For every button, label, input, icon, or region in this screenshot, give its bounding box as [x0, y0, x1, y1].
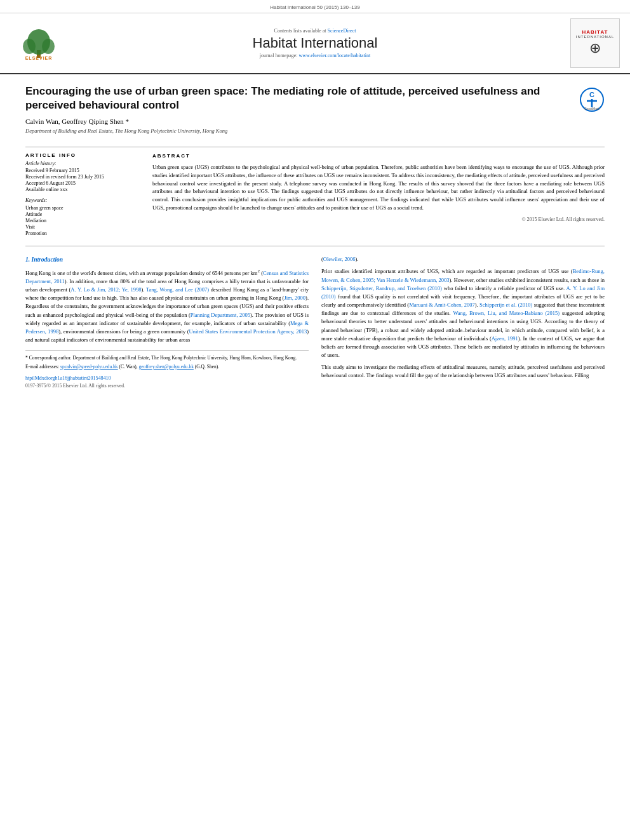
abstract-section: ABSTRACT Urban green space (UGS) contrib… — [152, 152, 605, 237]
intro-para-left: Hong Kong is one of the world's densest … — [25, 268, 309, 344]
svg-text:C: C — [589, 91, 594, 98]
copyright-line: © 2015 Elsevier Ltd. All rights reserved… — [152, 216, 605, 223]
keyword-2: Attitude — [25, 211, 140, 217]
footnote-section: * Corresponding author. Department of Bu… — [25, 350, 309, 389]
habitat-logo-subtitle: INTERNATIONAL — [576, 35, 615, 39]
globe-icon: ⊕ — [589, 40, 601, 57]
email2-link[interactable]: geoffrey.shen@polyu.edu.hk — [138, 364, 193, 370]
col-right: (Olewiler, 2006). Prior studies identifi… — [321, 255, 605, 389]
svg-point-2 — [23, 39, 36, 54]
article-info-panel: ARTICLE INFO Article history: Received 9… — [25, 152, 140, 237]
journal-banner: ELSEVIER Contents lists available at Sci… — [0, 13, 630, 74]
keyword-1: Urban green space — [25, 205, 140, 211]
page: Habitat International 50 (2015) 130–139 … — [0, 0, 630, 840]
bedimo-link[interactable]: Bedimo-Rung, Mowen, & Cohen, 2005; Van H… — [321, 268, 605, 283]
jim-link[interactable]: Jim, 2000 — [284, 295, 305, 301]
keyword-5: Promotion — [25, 230, 140, 236]
svg-text:CrossMark: CrossMark — [584, 107, 600, 110]
keyword-3: Mediation — [25, 218, 140, 223]
email1-link[interactable]: spcalvin@speed-polyu.edu.hk — [60, 364, 118, 370]
top-header: Habitat International 50 (2015) 130–139 — [0, 0, 630, 13]
sciencedirect-link[interactable]: ScienceDirect — [328, 28, 356, 34]
crossmark-icon: C CrossMark — [579, 87, 605, 112]
footnote-corresponding: * Corresponding author. Department of Bu… — [25, 354, 309, 362]
intro-para-right-1: (Olewiler, 2006). — [321, 255, 605, 263]
abstract-text: Urban green space (UGS) contributes to t… — [152, 163, 605, 212]
homepage-line: journal homepage: www.elsevier.com/locat… — [67, 53, 563, 58]
homepage-link[interactable]: www.elsevier.com/locate/habitatint — [298, 53, 370, 58]
col-left: 1. Introduction Hong Kong is one of the … — [25, 255, 309, 389]
doi-line: htpilMdxdiorgh1a16jjhabtatint201548410 — [25, 375, 309, 382]
right-logo-area: HABITAT INTERNATIONAL ⊕ — [563, 18, 620, 68]
sciencedirect-line: Contents lists available at ScienceDirec… — [67, 28, 563, 34]
article-body: Encouraging the use of urban green space… — [0, 74, 630, 400]
journal-ref: Habitat International 50 (2015) 130–139 — [270, 4, 359, 10]
tang-link[interactable]: Tang, Wong, and Lee (2007) — [146, 286, 209, 293]
received-date: Received 9 February 2015 — [25, 168, 140, 173]
affiliation: Department of Building and Real Estate, … — [25, 128, 572, 134]
authors: Calvin Wan, Geoffrey Qiping Shen * — [25, 117, 572, 125]
main-content: 1. Introduction Hong Kong is one of the … — [25, 246, 605, 389]
article-info-heading: ARTICLE INFO — [25, 152, 140, 158]
revised-date: Received in revised form 23 July 2015 — [25, 174, 140, 180]
intro-para-right-3: This study aims to investigate the media… — [321, 363, 605, 380]
epa-link[interactable]: United States Environmental Protection A… — [189, 328, 307, 335]
ajzen-link[interactable]: Ajzen, 1991 — [492, 335, 518, 342]
intro-para-right-2: Prior studies identified important attri… — [321, 267, 605, 359]
schipp2-link[interactable]: Schipperijn et al. (2010) — [479, 302, 532, 308]
habitat-logo-title: HABITAT — [582, 29, 608, 35]
accepted-date: Accepted 6 August 2015 — [25, 180, 140, 186]
footnote-emails: E-mail addresses: spcalvin@speed-polyu.e… — [25, 363, 309, 371]
census-link[interactable]: Census and Statistics Department, 2011 — [25, 270, 309, 284]
elsevier-tree-icon: ELSEVIER — [20, 26, 58, 61]
olewiler-link[interactable]: Olewiler, 2006 — [323, 256, 356, 262]
svg-point-3 — [42, 39, 55, 54]
planning-link[interactable]: Planning Department, 2005 — [191, 312, 250, 318]
schipp-link[interactable]: Schipperijn, Stigsdotter, Randrup, and T… — [321, 285, 442, 291]
habitat-logo-box: HABITAT INTERNATIONAL ⊕ — [570, 18, 620, 68]
maruani-link[interactable]: Maruani & Amit-Cohen, 2007 — [409, 302, 475, 308]
wang-link[interactable]: Wang, Brown, Liu, and Mateo-Babiano (201… — [453, 310, 560, 316]
article-info-abstract: ARTICLE INFO Article history: Received 9… — [25, 152, 605, 237]
article-title: Encouraging the use of urban green space… — [25, 84, 572, 112]
center-journal-info: Contents lists available at ScienceDirec… — [67, 28, 563, 58]
intro-section-title: 1. Introduction — [25, 255, 309, 265]
svg-text:ELSEVIER: ELSEVIER — [25, 56, 53, 60]
history-label: Article history: — [25, 161, 140, 166]
journal-title: Habitat International — [67, 35, 563, 51]
lo-jim-link[interactable]: A. Y. Lo & Jim, 2012; Ye, 1998 — [70, 286, 141, 293]
elsevier-logo-area: ELSEVIER — [10, 26, 67, 61]
online-date: Available online xxx — [25, 187, 140, 192]
title-divider — [25, 147, 605, 147]
keywords-label: Keywords: — [25, 197, 140, 203]
issn-line: 0197-3975/© 2015 Elsevier Ltd. All right… — [25, 382, 309, 390]
abstract-heading: ABSTRACT — [152, 152, 605, 160]
keyword-4: Visit — [25, 224, 140, 230]
